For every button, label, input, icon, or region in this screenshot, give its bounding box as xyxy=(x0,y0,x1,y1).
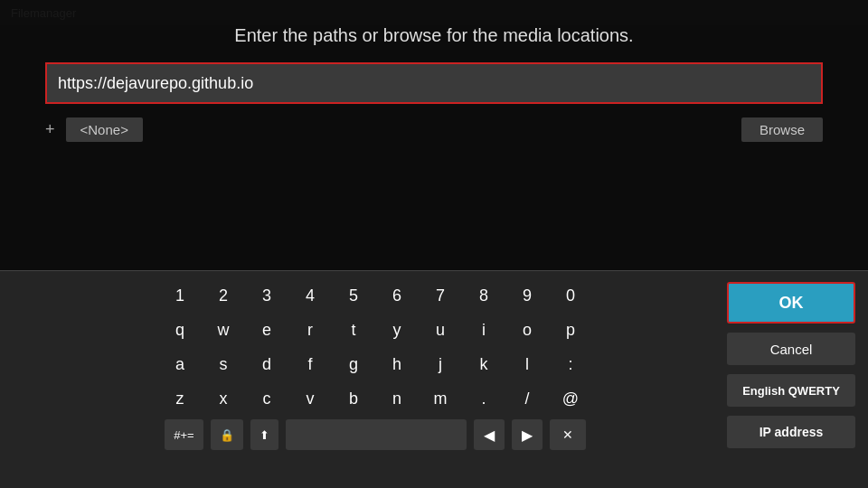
key-m[interactable]: m xyxy=(425,383,456,414)
key-h[interactable]: h xyxy=(382,349,412,380)
dialog-content: Enter the paths or browse for the media … xyxy=(0,16,868,151)
keyboard-bottom-row: #+= 🔒 ⬆ ◀ ▶ ✕ xyxy=(165,419,585,450)
spacebar[interactable] xyxy=(286,419,467,450)
key-s[interactable]: s xyxy=(208,349,239,380)
keyboard-main: 1 2 3 4 5 6 7 8 9 0 q w e r t y u i o p … xyxy=(0,271,714,488)
keyboard-layout-button[interactable]: English QWERTY xyxy=(727,374,855,407)
key-b[interactable]: b xyxy=(338,383,369,414)
key-5[interactable]: 5 xyxy=(338,280,369,311)
key-j[interactable]: j xyxy=(425,349,456,380)
key-a[interactable]: a xyxy=(165,349,195,380)
key-u[interactable]: u xyxy=(425,314,456,345)
url-input-row xyxy=(45,62,823,104)
key-z[interactable]: z xyxy=(165,383,195,414)
key-6[interactable]: 6 xyxy=(382,280,412,311)
key-1[interactable]: 1 xyxy=(165,280,195,311)
key-g[interactable]: g xyxy=(338,349,369,380)
key-4[interactable]: 4 xyxy=(295,280,326,311)
url-input-wrapper[interactable] xyxy=(45,62,823,104)
key-y[interactable]: y xyxy=(382,314,412,345)
shift-key[interactable]: ⬆ xyxy=(250,419,278,450)
key-k[interactable]: k xyxy=(468,349,499,380)
key-at[interactable]: @ xyxy=(555,383,586,414)
qwerty-row: q w e r t y u i o p xyxy=(165,314,586,345)
key-i[interactable]: i xyxy=(468,314,499,345)
key-8[interactable]: 8 xyxy=(468,280,499,311)
key-colon[interactable]: : xyxy=(555,349,586,380)
url-input[interactable] xyxy=(58,74,810,93)
ip-address-button[interactable]: IP address xyxy=(727,416,855,448)
number-row: 1 2 3 4 5 6 7 8 9 0 xyxy=(165,280,586,311)
key-period[interactable]: . xyxy=(468,383,499,414)
key-r[interactable]: r xyxy=(295,314,326,345)
key-3[interactable]: 3 xyxy=(251,280,282,311)
zxcv-row: z x c v b n m . / @ xyxy=(165,383,586,414)
arrow-right-key[interactable]: ▶ xyxy=(512,419,542,450)
key-o[interactable]: o xyxy=(512,314,542,345)
key-q[interactable]: q xyxy=(165,314,195,345)
key-v[interactable]: v xyxy=(295,383,326,414)
options-row: + <None> Browse xyxy=(45,113,823,145)
key-d[interactable]: d xyxy=(251,349,282,380)
key-f[interactable]: f xyxy=(295,349,326,380)
key-e[interactable]: e xyxy=(251,314,282,345)
key-t[interactable]: t xyxy=(338,314,369,345)
key-9[interactable]: 9 xyxy=(512,280,542,311)
key-n[interactable]: n xyxy=(382,383,412,414)
key-x[interactable]: x xyxy=(208,383,239,414)
keyboard-sidebar: OK Cancel English QWERTY IP address xyxy=(714,271,868,488)
options-right: Browse xyxy=(741,117,823,142)
shield-key[interactable]: 🔒 xyxy=(211,419,243,450)
ok-button[interactable]: OK xyxy=(727,282,855,324)
key-7[interactable]: 7 xyxy=(425,280,456,311)
key-w[interactable]: w xyxy=(208,314,239,345)
cancel-button[interactable]: Cancel xyxy=(727,333,855,365)
backspace-key[interactable]: ✕ xyxy=(550,419,586,450)
arrow-left-key[interactable]: ◀ xyxy=(474,419,505,450)
none-button[interactable]: <None> xyxy=(66,117,143,142)
keyboard-section: 1 2 3 4 5 6 7 8 9 0 q w e r t y u i o p … xyxy=(0,271,868,488)
asdf-row: a s d f g h j k l : xyxy=(165,349,586,380)
dialog-instruction: Enter the paths or browse for the media … xyxy=(234,25,633,46)
key-0[interactable]: 0 xyxy=(555,280,586,311)
key-2[interactable]: 2 xyxy=(208,280,239,311)
key-slash[interactable]: / xyxy=(512,383,542,414)
symbols-button[interactable]: #+= xyxy=(165,419,203,450)
plus-icon[interactable]: + xyxy=(45,120,55,139)
options-left: + <None> xyxy=(45,117,143,142)
key-c[interactable]: c xyxy=(251,383,282,414)
key-p[interactable]: p xyxy=(555,314,586,345)
browse-button[interactable]: Browse xyxy=(741,117,823,142)
key-l[interactable]: l xyxy=(512,349,542,380)
